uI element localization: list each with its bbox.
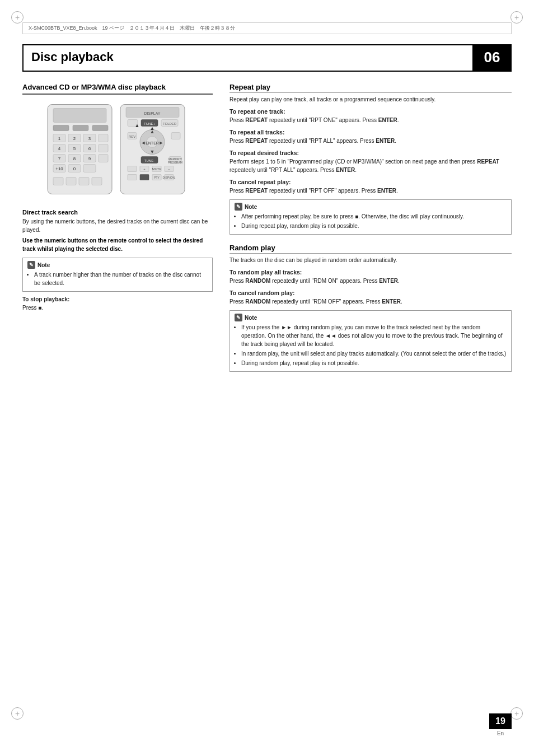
svg-text:TUNE-: TUNE- [144,159,154,162]
right-column: Repeat play Repeat play can play one tra… [229,83,512,381]
repeat-desired-title: To repeat desired tracks: [229,150,512,156]
cancel-random-text: Press RANDOM repeatedly until "RDM OFF" … [229,297,512,306]
repeat-note-item-1: During repeat play, random play is not p… [241,222,507,230]
svg-rect-23 [92,178,102,185]
repeat-play-section: Repeat play Repeat play can play one tra… [229,83,512,235]
svg-text:5: 5 [73,146,76,151]
svg-rect-21 [66,178,76,185]
random-note-icon: ✎ [235,314,242,321]
reg-mark-tr [510,11,523,24]
left-column: Advanced CD or MP3/WMA disc playback [22,83,213,381]
svg-rect-65 [128,175,137,180]
svg-text:6: 6 [88,146,91,151]
note-list: A track number higher than the number of… [27,270,208,287]
chapter-title: Disc playback [31,50,114,64]
repeat-all-text: Press REPEAT repeatedly until "RPT ALL" … [229,137,512,145]
random-note-list: If you press the ►► during random play, … [235,323,507,367]
svg-text:8: 8 [73,156,76,161]
note-icon: ✎ [27,261,35,269]
svg-text:▲: ▲ [150,125,155,131]
repeat-one-text: Press REPEAT repeatedly until "RPT ONE" … [229,116,512,124]
random-all-text: Press RANDOM repeatedly until "RDM ON" a… [229,277,512,285]
direct-track-search-heading: Direct track search [22,209,213,216]
random-note-item-0: If you press the ►► during random play, … [241,323,507,348]
svg-text:DISPLAY: DISPLAY [144,111,160,115]
reg-mark-tl [11,11,24,24]
svg-text:▲: ▲ [135,123,140,128]
svg-rect-22 [79,178,89,185]
svg-text:▼: ▼ [150,149,155,155]
svg-rect-12 [99,144,108,152]
repeat-one-title: To repeat one track: [229,108,512,115]
page-number: 19 [489,713,512,729]
section-heading-advanced: Advanced CD or MP3/WMA disc playback [22,83,213,95]
direct-track-note-box: ✎ Note A track number higher than the nu… [22,258,213,292]
cancel-repeat-text: Press REPEAT repeatedly until "RPT OFF" … [229,186,512,195]
page-footer: 19 En [489,713,512,736]
random-play-section: Random play The tracks on the disc can b… [229,244,512,372]
note-item: A track number higher than the number of… [34,270,208,287]
svg-text:2: 2 [73,136,76,141]
file-info-text: X-SMC00BTB_VXE8_En.book 19 ページ ２０１３年４月４日… [29,25,235,31]
cancel-repeat-title: To cancel repeat play: [229,179,512,185]
svg-rect-4 [92,125,108,131]
random-note-item-2: During random play, repeat play is not p… [241,359,507,367]
svg-rect-20 [53,178,63,185]
svg-text:3: 3 [88,136,91,141]
svg-rect-8 [99,134,108,142]
direct-track-search-body: By using the numeric buttons, the desire… [22,217,213,234]
chapter-header: Disc playback 06 [22,44,512,72]
svg-text:1: 1 [58,136,61,141]
repeat-note-icon: ✎ [235,203,242,211]
stop-playback-text: Press ■. [22,304,213,312]
svg-rect-19 [83,165,96,172]
svg-text:PTY: PTY [154,176,160,179]
page-container: X-SMC00BTB_VXE8_En.book 19 ページ ２０１３年４月４日… [0,0,534,756]
stop-playback-title: To stop playback: [22,296,213,302]
repeat-play-note-box: ✎ Note After performing repeat play, be … [229,199,512,235]
svg-rect-58 [128,166,137,172]
chapter-title-area: Disc playback [22,44,472,71]
note-title: ✎ Note [27,261,208,269]
svg-rect-3 [73,125,88,131]
remote-image-container: 1 2 3 4 5 6 7 8 9 +10 0 DISPLAY [22,100,213,201]
svg-text:FOLDER: FOLDER [163,122,177,125]
svg-text:◄: ◄ [141,140,146,146]
repeat-play-heading: Repeat play [229,83,512,93]
svg-text:+: + [143,167,146,171]
svg-text:DISP/CAL: DISP/CAL [163,176,176,179]
random-play-note-box: ✎ Note If you press the ►► during random… [229,310,512,372]
svg-text:4: 4 [58,146,61,151]
reg-mark-bl [11,707,24,720]
chapter-number-box: 06 [472,44,512,71]
svg-text:REV: REV [129,135,135,138]
svg-text:►: ► [159,140,164,146]
direct-track-bold-instruction: Use the numeric buttons on the remote co… [22,236,213,253]
random-play-heading: Random play [229,244,512,254]
repeat-all-title: To repeat all tracks: [229,129,512,136]
svg-text:+10: +10 [55,166,63,171]
svg-text:7: 7 [58,156,61,161]
random-play-intro: The tracks on the disc can be played in … [229,256,512,264]
cancel-random-title: To cancel random play: [229,290,512,296]
file-info-bar: X-SMC00BTB_VXE8_En.book 19 ページ ２０１３年４月４日… [22,22,512,34]
repeat-play-intro: Repeat play can play one track, all trac… [229,95,512,104]
svg-rect-2 [53,125,69,131]
svg-text:MUTE: MUTE [152,167,162,171]
repeat-note-item-0: After performing repeat play, be sure to… [241,212,507,221]
page-lang: En [497,730,504,736]
random-note-item-1: In random play, the unit will select and… [241,349,507,358]
svg-text:PROGRAM: PROGRAM [168,161,182,164]
svg-text:9: 9 [88,156,91,161]
repeat-note-list: After performing repeat play, be sure to… [235,212,507,230]
random-note-title: ✎ Note [235,314,507,321]
repeat-note-title: ✎ Note [235,203,507,211]
svg-rect-16 [99,155,108,162]
reg-mark-br [510,707,523,720]
svg-rect-66 [140,175,149,180]
svg-rect-1 [53,109,106,123]
main-content: Advanced CD or MP3/WMA disc playback [22,83,512,381]
svg-text:0: 0 [73,166,76,171]
repeat-desired-text: Perform steps 1 to 5 in "Programmed play… [229,157,512,174]
svg-text:ENTER: ENTER [146,141,159,145]
